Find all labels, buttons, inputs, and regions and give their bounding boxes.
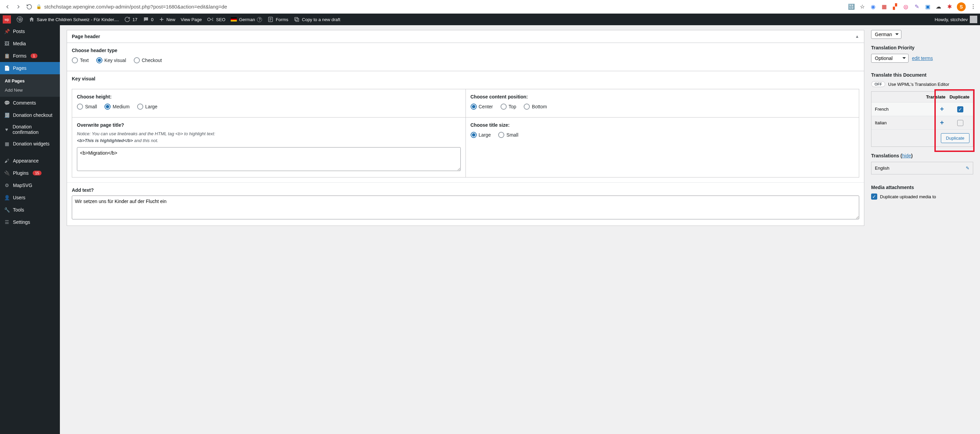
position-top[interactable]: Top [501, 104, 517, 110]
translation-table: Translate Duplicate French + ✓ Italian + [871, 91, 973, 147]
browser-actions: 🔠 ☆ ◉ ▦ ▞ ◎ ✎ ▣ ☁ ✱ S ⋮ [848, 2, 977, 11]
sidebar-item-pages[interactable]: 📄Pages [0, 62, 60, 74]
translate-document-heading: Translate this Document [871, 72, 973, 78]
seo-icon [207, 17, 214, 22]
media-icon: 🖼 [3, 40, 10, 47]
ext-star-icon[interactable]: ✱ [946, 3, 953, 10]
page-header-metabox: Page header ▲ Choose header type Text Ke… [67, 30, 864, 226]
translate-italian-button[interactable]: + [940, 119, 944, 127]
view-page-link[interactable]: View Page [181, 17, 202, 22]
translate-icon[interactable]: 🔠 [848, 3, 855, 10]
page-header-title: Page header [72, 34, 100, 39]
heart-icon: ♥ [3, 126, 10, 133]
sidebar-item-donation-widgets[interactable]: ▦Donation widgets [0, 138, 60, 150]
user-icon: 👤 [3, 194, 10, 201]
duplicate-button[interactable]: Duplicate [941, 133, 969, 143]
url-text: stchchstage.wpengine.com/wp-admin/post.p… [44, 4, 227, 10]
title-size-small[interactable]: Small [498, 132, 518, 138]
choose-title-size-label: Choose title size: [471, 122, 854, 128]
sidebar-item-users[interactable]: 👤Users [0, 191, 60, 204]
sidebar-item-posts[interactable]: 📌Posts [0, 25, 60, 37]
updates-link[interactable]: 17 [124, 16, 137, 22]
duplicate-media-checkbox[interactable]: ✓ [871, 193, 877, 199]
page-header-toggle[interactable]: Page header ▲ [67, 30, 864, 43]
sidebar-item-settings[interactable]: ☰Settings [0, 216, 60, 228]
sidebar-item-donation-confirmation[interactable]: ♥Donation confirmation [0, 121, 60, 138]
ext-cloud-icon[interactable]: ☁ [935, 3, 942, 10]
hide-link[interactable]: hide [902, 153, 911, 158]
widgets-icon: ▦ [3, 140, 10, 147]
forms-icon [267, 16, 274, 22]
comments-link[interactable]: 0 [143, 16, 153, 22]
add-text-label: Add text? [72, 187, 859, 193]
back-button[interactable] [3, 3, 11, 11]
translation-english-label: English [875, 166, 889, 171]
ext-pen-icon[interactable]: ✎ [913, 3, 920, 10]
bookmark-star-icon[interactable]: ☆ [859, 3, 865, 10]
ext-screenshot-icon[interactable]: ▣ [924, 3, 931, 10]
user-account-link[interactable]: Howdy, stcchdev [935, 16, 977, 23]
overwrite-title-label: Overwrite page title? [77, 122, 461, 128]
language-link[interactable]: German ? [231, 17, 262, 22]
sidebar-item-media[interactable]: 🖼Media [0, 37, 60, 50]
key-visual-options: Choose height: Small Medium Large Choose… [72, 89, 859, 118]
sidebar-item-plugins[interactable]: 🔌Plugins15 [0, 167, 60, 179]
kebab-menu-icon[interactable]: ⋮ [970, 3, 977, 10]
site-name-link[interactable]: Save the Children Schweiz - Für Kinder..… [29, 16, 119, 22]
new-content-link[interactable]: New [159, 17, 175, 22]
sidebar-pages-submenu: All Pages Add New [0, 74, 60, 97]
seo-link[interactable]: SEO [207, 17, 225, 22]
admin-sidebar: 📌Posts 🖼Media 📋Forms1 📄Pages All Pages A… [0, 25, 60, 434]
sidebar-item-mapsvg[interactable]: ⚙MapSVG [0, 179, 60, 191]
sidebar-item-appearance[interactable]: 🖌Appearance [0, 155, 60, 167]
reload-button[interactable] [25, 3, 33, 11]
edit-english-icon[interactable]: ✎ [966, 166, 969, 171]
overwrite-title-input[interactable] [77, 147, 461, 171]
collapse-icon[interactable]: ▲ [855, 34, 859, 39]
language-select[interactable]: German [871, 30, 901, 39]
ext-spiral-icon[interactable]: ◎ [902, 3, 909, 10]
translations-box: English ✎ [871, 162, 973, 174]
ext-analytics-icon[interactable]: ▞ [891, 3, 898, 10]
address-bar[interactable]: 🔒 stchchstage.wpengine.com/wp-admin/post… [36, 4, 845, 10]
duplicate-french-checkbox[interactable]: ✓ [957, 106, 963, 112]
height-small[interactable]: Small [77, 104, 97, 110]
add-text-input[interactable] [72, 196, 859, 219]
translate-french-button[interactable]: + [940, 105, 944, 113]
profile-avatar[interactable]: S [957, 2, 966, 11]
copy-draft-link[interactable]: Copy to a new draft [294, 16, 340, 22]
forward-button[interactable] [14, 3, 22, 11]
svg-rect-3 [296, 18, 299, 21]
plug-icon: 🔌 [3, 170, 10, 177]
svg-point-1 [208, 18, 210, 21]
forms-link[interactable]: Forms [267, 16, 288, 22]
refresh-icon [124, 16, 130, 22]
title-size-large[interactable]: Large [471, 132, 491, 138]
header-type-checkout[interactable]: Checkout [134, 57, 162, 63]
priority-select[interactable]: Optional [871, 54, 908, 63]
position-center[interactable]: Center [471, 104, 493, 110]
sidebar-item-donation-checkout[interactable]: 🧾Donation checkout [0, 109, 60, 121]
wp-logo-icon[interactable] [16, 16, 23, 23]
height-medium[interactable]: Medium [105, 104, 130, 110]
sidebar-item-comments[interactable]: 💬Comments [0, 97, 60, 109]
height-large[interactable]: Large [137, 104, 158, 110]
ext-zoom-icon[interactable]: ◉ [870, 3, 877, 10]
checkout-icon: 🧾 [3, 112, 10, 118]
wpml-toggle[interactable]: OFF [871, 81, 885, 87]
sidebar-item-forms[interactable]: 📋Forms1 [0, 50, 60, 62]
flag-de-icon [231, 18, 237, 21]
header-type-text[interactable]: Text [72, 57, 89, 63]
site-logo-icon[interactable]: wp [3, 15, 11, 24]
browser-toolbar: 🔒 stchchstage.wpengine.com/wp-admin/post… [0, 0, 980, 14]
duplicate-italian-checkbox[interactable] [957, 120, 963, 126]
sidebar-sub-add-new[interactable]: Add New [0, 86, 60, 95]
edit-terms-link[interactable]: edit terms [912, 56, 933, 61]
position-bottom[interactable]: Bottom [524, 104, 547, 110]
sidebar-item-tools[interactable]: 🔧Tools [0, 204, 60, 216]
copy-icon [294, 16, 300, 22]
sidebar-sub-all-pages[interactable]: All Pages [0, 76, 60, 86]
header-type-keyvisual[interactable]: Key visual [96, 57, 126, 63]
ext-lastpass-icon[interactable]: ▦ [881, 3, 888, 10]
comment-icon [143, 16, 149, 22]
